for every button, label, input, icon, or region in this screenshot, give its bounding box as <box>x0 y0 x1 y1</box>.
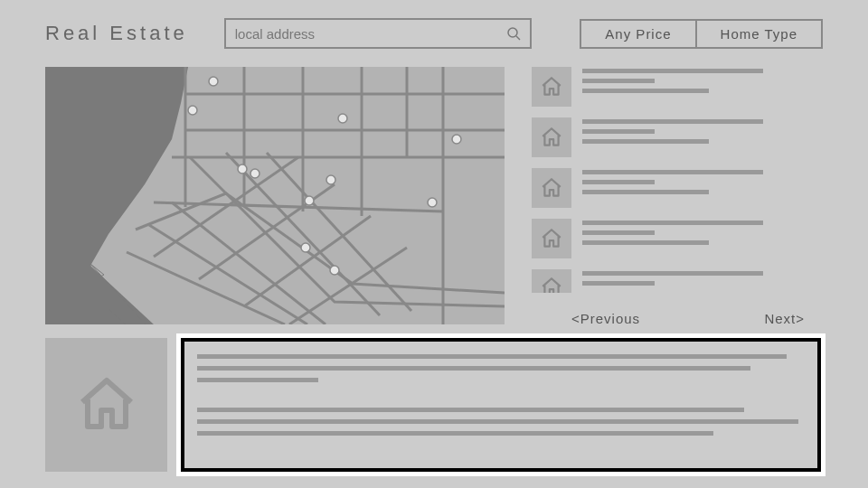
detail-text-line <box>197 408 744 412</box>
pagination: <Previous Next> <box>532 304 823 326</box>
svg-line-1 <box>516 36 520 40</box>
listing-text <box>582 168 823 194</box>
list-item[interactable] <box>532 168 823 208</box>
main-content: <Previous Next> <box>0 60 868 326</box>
list-item[interactable] <box>532 219 823 258</box>
search-input[interactable] <box>235 26 506 42</box>
listing-thumb <box>532 269 571 293</box>
listings-panel: <Previous Next> <box>532 67 823 326</box>
search-icon[interactable] <box>506 26 521 41</box>
detail-panel <box>45 338 821 472</box>
listing-text <box>582 219 823 245</box>
svg-point-14 <box>188 106 197 115</box>
listing-text <box>582 67 823 93</box>
house-icon <box>74 372 139 437</box>
house-icon <box>540 276 563 293</box>
search-box[interactable] <box>224 18 532 49</box>
detail-text-line <box>197 354 787 359</box>
listing-thumb <box>532 219 571 258</box>
detail-text-line <box>197 378 318 382</box>
svg-point-16 <box>452 135 461 144</box>
list-item[interactable] <box>532 117 823 157</box>
listing-thumb <box>532 117 571 157</box>
svg-point-17 <box>238 164 247 174</box>
filter-group: Any Price Home Type <box>580 19 823 49</box>
svg-point-21 <box>305 196 314 205</box>
detail-text-line <box>197 366 750 371</box>
detail-thumb <box>45 338 167 472</box>
svg-point-22 <box>301 243 310 252</box>
svg-point-13 <box>209 77 218 86</box>
house-icon <box>540 227 563 250</box>
listing-text <box>582 269 823 286</box>
listing-text <box>582 117 823 144</box>
svg-point-23 <box>330 266 339 275</box>
svg-point-20 <box>428 198 437 207</box>
page-title: Real Estate <box>45 22 188 45</box>
detail-text-line <box>197 431 713 436</box>
listing-thumb <box>532 168 571 208</box>
house-icon <box>540 176 563 200</box>
list-item[interactable] <box>532 67 823 107</box>
svg-point-0 <box>508 28 517 37</box>
listing-thumb <box>532 67 571 107</box>
next-link[interactable]: Next> <box>764 311 805 326</box>
detail-text-line <box>197 419 798 424</box>
svg-point-15 <box>338 114 347 123</box>
map-view[interactable] <box>45 67 505 324</box>
list-item[interactable] <box>532 269 823 293</box>
detail-body[interactable] <box>181 338 821 472</box>
svg-point-19 <box>326 175 335 184</box>
header: Real Estate Any Price Home Type <box>0 0 868 60</box>
house-icon <box>540 75 563 99</box>
price-filter-button[interactable]: Any Price <box>580 19 694 49</box>
svg-point-18 <box>250 169 259 178</box>
house-icon <box>540 126 563 149</box>
home-type-filter-button[interactable]: Home Type <box>695 19 823 49</box>
previous-link[interactable]: <Previous <box>571 311 640 326</box>
